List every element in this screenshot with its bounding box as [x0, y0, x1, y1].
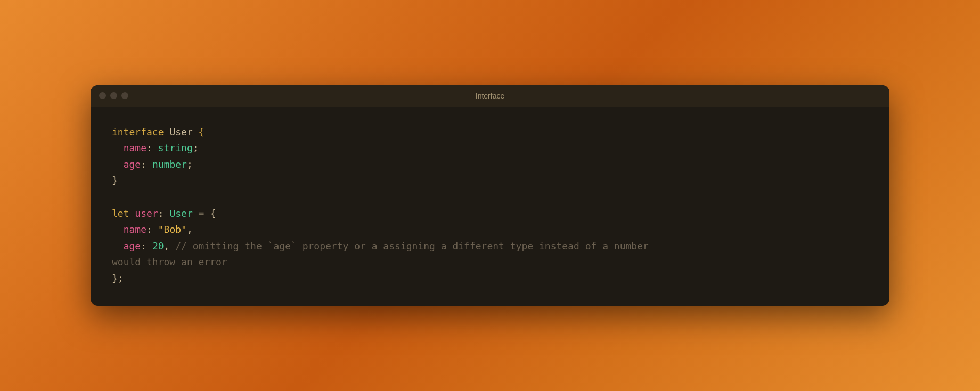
maximize-dot — [121, 92, 128, 99]
close-brace-1: } — [112, 175, 118, 186]
colon-6: : — [158, 208, 170, 219]
comma-8: , — [164, 240, 170, 251]
semi-2: ; — [193, 142, 199, 153]
semi-3: ; — [187, 159, 193, 170]
type-name-user: User — [164, 126, 199, 137]
code-line-2: name: string; — [112, 140, 868, 157]
type-user-ref: User — [169, 208, 192, 219]
minimize-dot — [110, 92, 117, 99]
code-line-4: } — [112, 173, 868, 189]
code-window: Interface interface User { name: string;… — [91, 85, 889, 306]
code-line-8: age: 20, // omitting the `age` property … — [112, 238, 868, 255]
assign-brace: = { — [193, 208, 216, 219]
empty-line-1 — [112, 189, 868, 206]
keyword-interface: interface — [112, 126, 164, 137]
window-title: Interface — [476, 92, 504, 100]
prop-age-2: age — [112, 240, 141, 251]
code-line-1: interface User { — [112, 124, 868, 141]
prop-name-2: name — [112, 224, 146, 235]
code-line-3: age: number; — [112, 157, 868, 173]
prop-age: age — [112, 159, 141, 170]
colon-2: : — [146, 142, 158, 153]
type-number: number — [152, 159, 187, 170]
keyword-let: let — [112, 208, 129, 219]
prop-name: name — [112, 142, 146, 153]
open-brace-1: { — [199, 126, 205, 137]
colon-8: : — [141, 240, 152, 251]
code-editor: interface User { name: string; age: numb… — [91, 107, 889, 306]
colon-7: : — [146, 224, 158, 235]
var-user: user — [129, 208, 158, 219]
number-20: 20 — [152, 240, 164, 251]
close-dot — [99, 92, 106, 99]
colon-3: : — [141, 159, 152, 170]
comma-7: , — [187, 224, 193, 235]
titlebar: Interface — [91, 85, 889, 107]
type-string: string — [158, 142, 193, 153]
code-line-9: would throw an error — [112, 254, 868, 271]
close-brace-2: }; — [112, 273, 124, 284]
traffic-lights — [99, 92, 128, 99]
comment-line-8: // omitting the `age` property or a assi… — [169, 240, 648, 251]
code-line-7: name: "Bob", — [112, 222, 868, 238]
code-line-10: }; — [112, 271, 868, 287]
comment-line-9: would throw an error — [112, 256, 227, 267]
code-line-6: let user: User = { — [112, 206, 868, 222]
string-bob: "Bob" — [158, 224, 187, 235]
